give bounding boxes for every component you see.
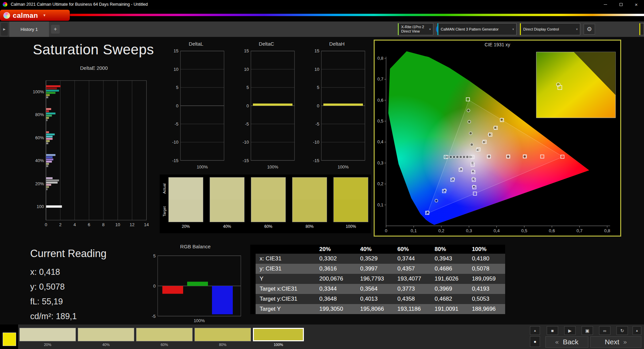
pattern-thumb-label: 40% bbox=[102, 343, 110, 347]
svg-text:5: 5 bbox=[176, 85, 178, 90]
table-header: 60% bbox=[393, 245, 431, 254]
deltae-bar bbox=[46, 115, 52, 117]
deltac-chart: 151050-5-10-15100% bbox=[235, 48, 298, 173]
cie-measured-point bbox=[470, 143, 473, 146]
svg-text:12: 12 bbox=[130, 222, 135, 227]
stop-button[interactable]: ■ bbox=[547, 326, 558, 335]
svg-text:15: 15 bbox=[315, 48, 319, 53]
table-cell: 0,3969 bbox=[431, 284, 468, 294]
reading-cdm2: cd/m²: 189,1 bbox=[30, 309, 106, 323]
deltae-bar bbox=[46, 154, 56, 156]
deltae-bar bbox=[46, 92, 56, 94]
target-swatch bbox=[210, 200, 244, 222]
deltae-bar bbox=[46, 184, 51, 186]
pattern-thumb-20%[interactable]: 20% bbox=[19, 328, 76, 347]
pattern-thumb-swatch[interactable] bbox=[78, 328, 134, 341]
svg-text:-5: -5 bbox=[245, 121, 249, 127]
display-control-dropdown[interactable]: Direct Display Control ▼ bbox=[520, 23, 580, 35]
table-row: x: CIE310,33020,35290,37440,39430,4180 bbox=[253, 254, 505, 264]
pattern-thumb-label: 80% bbox=[219, 343, 226, 347]
svg-text:40%: 40% bbox=[35, 158, 44, 163]
svg-text:10: 10 bbox=[115, 222, 120, 227]
cie-measured-point bbox=[435, 199, 438, 202]
svg-text:15: 15 bbox=[174, 48, 178, 53]
pattern-thumb-60%[interactable]: 60% bbox=[136, 328, 193, 347]
svg-text:0,3: 0,3 bbox=[466, 228, 472, 233]
cie-measured-point bbox=[488, 155, 491, 158]
swatch-label: 60% bbox=[251, 224, 286, 229]
svg-text:10: 10 bbox=[244, 67, 249, 72]
minimize-button[interactable] bbox=[598, 0, 613, 9]
back-label: Back bbox=[563, 338, 579, 346]
swatch-comparison-panel: Actual Target 20%40%60%80%100% bbox=[160, 174, 371, 233]
swatch-label: 80% bbox=[292, 224, 327, 229]
svg-text:0,2: 0,2 bbox=[438, 228, 444, 233]
deltae-bar bbox=[46, 161, 52, 163]
deltae-bar bbox=[46, 165, 48, 167]
deltae-bar bbox=[46, 140, 50, 142]
actual-swatch bbox=[169, 178, 203, 200]
pattern-thumb-swatch[interactable] bbox=[195, 328, 251, 341]
calman-menu-button[interactable]: calman ▼ bbox=[0, 10, 70, 21]
pattern-thumb-swatch[interactable] bbox=[19, 328, 76, 341]
table-cell: 0,4013 bbox=[356, 294, 393, 304]
add-tab-button[interactable]: + bbox=[51, 25, 60, 34]
pattern-thumb-100%[interactable]: 100% bbox=[253, 328, 304, 347]
cie-1931-chart: 00,10,20,30,40,50,60,70,80,10,20,30,40,5… bbox=[375, 48, 620, 236]
table-cell: 0,4357 bbox=[393, 264, 431, 274]
deltae2000-title: DeltaE 2000 bbox=[32, 65, 156, 72]
table-cell: 0,3997 bbox=[356, 264, 393, 274]
scroll-up-button-right[interactable]: ▲ bbox=[633, 326, 641, 335]
deltae-bar bbox=[46, 188, 48, 190]
settings-button[interactable]: ⚙ bbox=[584, 24, 595, 35]
meter-mode: Direct View bbox=[401, 29, 426, 34]
table-header: 40% bbox=[356, 245, 393, 254]
svg-text:2: 2 bbox=[59, 222, 61, 227]
deltae-bar bbox=[46, 138, 53, 140]
svg-text:5: 5 bbox=[317, 85, 319, 90]
pattern-generator-dropdown[interactable]: CalMAN Client 3 Pattern Generator ▼ bbox=[437, 23, 517, 35]
svg-text:10: 10 bbox=[315, 67, 319, 72]
next-button[interactable]: Next » bbox=[590, 336, 641, 348]
rgb-balance-chart: 50-5100% bbox=[144, 251, 247, 326]
scroll-up-button[interactable]: ▲ bbox=[530, 326, 540, 335]
pattern-thumb-swatch[interactable] bbox=[136, 328, 193, 341]
tab-scroll-button[interactable]: ▶ bbox=[1, 23, 8, 36]
row-label: y: CIE31 bbox=[253, 264, 315, 274]
cie-1931-title: CIE 1931 xy bbox=[375, 42, 620, 48]
svg-text:100%: 100% bbox=[337, 164, 349, 169]
meter-dropdown[interactable]: X-Rite i1Pro 2 Direct View ▼ bbox=[398, 23, 433, 35]
close-button[interactable]: × bbox=[629, 0, 644, 9]
deltac-title: DeltaC bbox=[235, 41, 298, 48]
svg-text:0: 0 bbox=[317, 103, 319, 108]
deltah-chart: 151050-5-10-15100% bbox=[306, 48, 368, 173]
table-cell: 0,3344 bbox=[315, 284, 356, 294]
actual-swatch bbox=[210, 178, 244, 200]
table-row: Target y:CIE310,36480,40130,43580,46820,… bbox=[253, 294, 505, 304]
svg-text:8: 8 bbox=[102, 222, 105, 227]
active-pattern-swatch[interactable] bbox=[3, 333, 16, 346]
page-title: Saturation Sweeps bbox=[33, 42, 154, 58]
rgb-bar-blue bbox=[212, 286, 233, 314]
pattern-thumb-80%[interactable]: 80% bbox=[195, 328, 251, 347]
deltaC-bar bbox=[253, 103, 292, 106]
saturation-data-table: 20%40%60%80%100%x: CIE310,33020,35290,37… bbox=[250, 245, 508, 314]
tab-history-1[interactable]: History 1 bbox=[9, 21, 49, 37]
back-button[interactable]: « Back bbox=[545, 336, 588, 348]
pattern-thumb-40%[interactable]: 40% bbox=[78, 328, 134, 347]
save-button[interactable]: ▣ bbox=[582, 326, 593, 335]
rainbow-stripe bbox=[0, 14, 644, 16]
table-row: Target Y199,3050195,8066193,1186191,0091… bbox=[253, 304, 505, 314]
overflow-dropdown-partial[interactable] bbox=[639, 23, 644, 35]
play-button[interactable]: ▶ bbox=[564, 326, 576, 335]
calman-app-icon bbox=[3, 2, 7, 7]
loop-button[interactable]: ↻ bbox=[616, 326, 628, 335]
link-button[interactable]: ∞ bbox=[599, 326, 610, 335]
table-cell: 0,5053 bbox=[468, 294, 505, 304]
svg-text:-15: -15 bbox=[172, 158, 178, 163]
pattern-thumb-swatch[interactable] bbox=[253, 328, 304, 341]
cie-measured-point bbox=[469, 132, 472, 135]
restore-button[interactable] bbox=[613, 0, 629, 9]
pattern-window-button[interactable]: ■ bbox=[530, 336, 540, 347]
table-row: Target x:CIE310,33440,35640,37730,39690,… bbox=[253, 284, 505, 294]
